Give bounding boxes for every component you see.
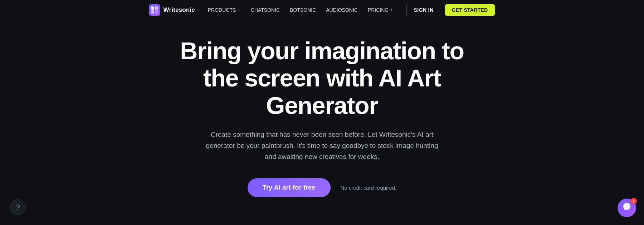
pricing-plus-icon: +	[390, 7, 393, 13]
logo-icon	[149, 4, 160, 16]
chat-support-icon: ?	[16, 203, 20, 211]
hero-subtitle: Create something that has never been see…	[200, 129, 444, 162]
try-ai-art-button[interactable]: Try AI art for free	[248, 178, 331, 197]
chat-notification-badge: 1	[630, 198, 637, 204]
nav-item-products[interactable]: PRODUCTS +	[204, 5, 245, 15]
nav-links: PRODUCTS + CHATSONIC BOTSONIC AUDIOSONIC…	[204, 5, 398, 15]
hero-section: Bring your imagination to the screen wit…	[0, 20, 644, 225]
sign-in-button[interactable]: SIGN IN	[406, 4, 441, 16]
navbar: Writesonic PRODUCTS + CHATSONIC BOTSONIC…	[0, 0, 644, 20]
nav-item-pricing[interactable]: PRICING +	[364, 5, 398, 15]
hero-cta-row: Try AI art for free No credit card requi…	[248, 178, 397, 197]
products-plus-icon: +	[237, 7, 240, 13]
svg-rect-0	[151, 6, 154, 10]
svg-rect-1	[155, 6, 158, 10]
svg-rect-3	[155, 10, 158, 14]
get-started-button[interactable]: GET STARTED	[445, 4, 495, 16]
chat-support-button[interactable]: ?	[10, 199, 26, 215]
nav-item-chatsonic[interactable]: CHATSONIC	[247, 5, 284, 15]
logo-text: Writesonic	[163, 6, 195, 14]
nav-actions: SIGN IN GET STARTED	[406, 4, 495, 16]
no-credit-text: No credit card required.	[341, 185, 397, 191]
navbar-inner: Writesonic PRODUCTS + CHATSONIC BOTSONIC…	[149, 4, 495, 16]
logo-link[interactable]: Writesonic	[149, 4, 195, 16]
svg-rect-2	[151, 10, 154, 14]
nav-item-botsonic[interactable]: BOTSONIC	[286, 5, 320, 15]
chat-widget-icon	[622, 202, 631, 214]
chat-widget-button[interactable]: 1	[618, 199, 636, 217]
hero-title: Bring your imagination to the screen wit…	[161, 37, 483, 119]
nav-item-audiosonic[interactable]: AUDIOSONIC	[322, 5, 362, 15]
